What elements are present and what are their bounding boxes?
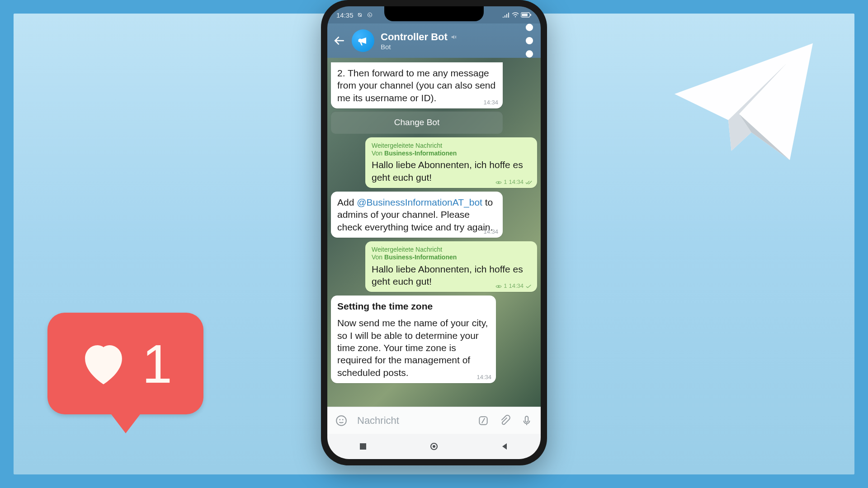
phone-notch [384, 6, 484, 21]
svg-rect-3 [530, 14, 531, 16]
svg-point-11 [339, 419, 340, 420]
mic-icon[interactable] [521, 415, 533, 427]
chat-title: Controller Bot [381, 31, 448, 43]
nav-home-icon[interactable] [429, 442, 439, 451]
views-icon [495, 284, 502, 289]
svg-point-0 [368, 13, 372, 17]
chat-area[interactable]: 2. Then forward to me any message from y… [327, 58, 541, 407]
bot-avatar[interactable] [352, 29, 374, 52]
telegram-logo-icon [662, 25, 825, 178]
signal-icon [503, 12, 510, 18]
status-time: 14:35 [336, 11, 354, 19]
like-count: 1 [142, 333, 172, 395]
message-outgoing[interactable]: Weitergeleitete Nachricht Von Business-I… [365, 137, 537, 188]
svg-rect-15 [360, 443, 366, 450]
nav-recent-icon[interactable] [359, 442, 368, 451]
message-incoming[interactable]: Setting the time zone Now send me the na… [331, 296, 496, 383]
chat-subtitle: Bot [381, 43, 457, 51]
chat-title-block[interactable]: Controller Bot Bot [381, 31, 457, 51]
command-icon[interactable] [477, 415, 489, 427]
message-heading: Setting the time zone [337, 300, 490, 312]
message-time: 14:34 [483, 228, 498, 236]
android-nav-bar [327, 434, 541, 459]
forwarded-header: Weitergeleitete Nachricht Von Business-I… [372, 142, 531, 157]
forwarded-label: Weitergeleitete Nachricht [372, 142, 531, 150]
svg-point-8 [498, 182, 500, 183]
message-input[interactable]: Nachricht [357, 415, 467, 427]
svg-point-9 [498, 286, 500, 287]
phone-screen: 14:35 Controller Bot Bot [327, 6, 541, 459]
message-text: Now send me the name of your city, so I … [337, 318, 488, 377]
whatsapp-icon [366, 12, 373, 18]
message-outgoing[interactable]: Weitergeleitete Nachricht Von Business-I… [365, 241, 537, 292]
wifi-icon [512, 12, 519, 18]
svg-point-17 [433, 445, 435, 448]
muted-icon [450, 34, 457, 40]
views-icon [495, 180, 502, 185]
svg-point-6 [526, 37, 533, 44]
forwarded-from: Business-Informationen [384, 253, 457, 261]
svg-point-5 [526, 24, 533, 31]
heart-icon [79, 341, 128, 386]
phone-frame: 14:35 Controller Bot Bot [321, 0, 547, 465]
back-icon[interactable] [334, 35, 345, 47]
forwarded-from: Business-Informationen [384, 150, 457, 157]
emoji-icon[interactable] [335, 415, 347, 427]
svg-rect-14 [525, 416, 528, 422]
message-time: 14:34 [483, 99, 498, 107]
message-text: 2. Then forward to me any message from y… [337, 68, 495, 103]
message-input-bar: Nachricht [327, 407, 541, 434]
read-checks-icon [525, 180, 533, 185]
message-text: Add @BusinessInformationAT_bot to admins… [337, 197, 493, 232]
chat-header: Controller Bot Bot [327, 23, 541, 58]
more-icon[interactable] [524, 21, 534, 61]
battery-icon [521, 12, 532, 18]
alarm-off-icon [356, 12, 363, 18]
change-bot-button[interactable]: Change Bot [331, 111, 503, 134]
bot-mention[interactable]: @BusinessInformationAT_bot [357, 197, 482, 207]
megaphone-icon [357, 34, 369, 47]
svg-rect-4 [522, 14, 528, 16]
message-meta: 1 14:34 [495, 282, 533, 290]
svg-point-12 [342, 419, 344, 420]
like-bubble: 1 [47, 313, 203, 414]
nav-back-icon[interactable] [500, 442, 509, 451]
attach-icon[interactable] [499, 415, 511, 427]
message-meta: 1 14:34 [495, 178, 533, 186]
svg-point-7 [526, 50, 533, 57]
message-time: 14:34 [476, 374, 491, 381]
forwarded-header: Weitergeleitete Nachricht Von Business-I… [372, 246, 531, 261]
message-incoming[interactable]: 2. Then forward to me any message from y… [331, 62, 503, 134]
message-incoming[interactable]: Add @BusinessInformationAT_bot to admins… [331, 192, 503, 238]
svg-point-10 [336, 416, 346, 426]
svg-point-1 [515, 16, 516, 17]
sent-check-icon [525, 284, 533, 289]
forwarded-label: Weitergeleitete Nachricht [372, 246, 531, 253]
